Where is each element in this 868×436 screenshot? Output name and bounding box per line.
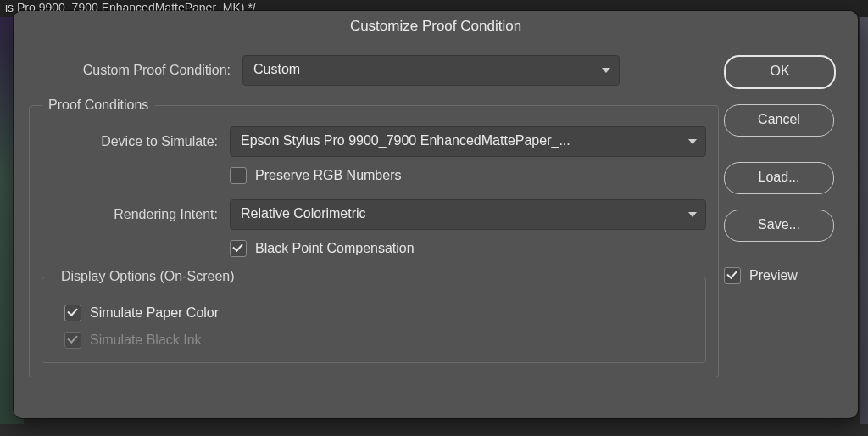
preserve-rgb-label: Preserve RGB Numbers: [255, 168, 402, 183]
app-statusbar: [0, 424, 868, 436]
display-options-legend: Display Options (On-Screen): [54, 269, 242, 284]
preview-checkbox[interactable]: Preview: [724, 267, 843, 284]
black-point-compensation-label: Black Point Compensation: [255, 241, 415, 256]
custom-proof-condition-select[interactable]: Custom: [242, 55, 620, 86]
rendering-intent-value: Relative Colorimetric: [241, 206, 366, 221]
rendering-intent-select[interactable]: Relative Colorimetric: [230, 199, 706, 230]
side-column: OK Cancel Load... Save... Preview: [724, 55, 843, 284]
checkbox-box-checked: [230, 240, 247, 257]
dialog-content: Custom Proof Condition: Custom Proof Con…: [14, 42, 858, 418]
ok-button[interactable]: OK: [724, 55, 836, 89]
checkbox-box: [230, 167, 247, 184]
cancel-button[interactable]: Cancel: [724, 104, 834, 137]
simulate-paper-color-checkbox[interactable]: Simulate Paper Color: [64, 305, 693, 321]
dialog-title: Customize Proof Condition: [14, 11, 858, 42]
proof-conditions-legend: Proof Conditions: [42, 98, 155, 113]
preserve-rgb-checkbox[interactable]: Preserve RGB Numbers: [230, 167, 706, 184]
checkbox-box-checked: [724, 267, 741, 284]
main-column: Custom Proof Condition: Custom Proof Con…: [29, 55, 698, 377]
device-to-simulate-value: Epson Stylus Pro 9900_7900 EnhancedMatte…: [241, 133, 570, 148]
custom-proof-condition-value: Custom: [253, 62, 300, 76]
custom-proof-condition-label: Custom Proof Condition:: [29, 63, 242, 78]
save-button[interactable]: Save...: [724, 210, 834, 242]
checkbox-box-checked: [64, 305, 81, 321]
custom-proof-condition-row: Custom Proof Condition: Custom: [29, 55, 698, 86]
rendering-intent-row: Rendering Intent: Relative Colorimetric: [42, 199, 706, 230]
load-button[interactable]: Load...: [724, 162, 834, 194]
device-to-simulate-label: Device to Simulate:: [42, 134, 230, 149]
chevron-down-icon: [602, 68, 610, 73]
simulate-paper-color-label: Simulate Paper Color: [90, 305, 219, 321]
device-to-simulate-row: Device to Simulate: Epson Stylus Pro 990…: [42, 126, 706, 157]
chevron-down-icon: [688, 212, 697, 217]
customize-proof-condition-dialog: Customize Proof Condition Custom Proof C…: [14, 11, 858, 418]
chevron-down-icon: [688, 139, 697, 144]
simulate-black-ink-label: Simulate Black Ink: [90, 333, 202, 348]
proof-conditions-group: Proof Conditions Device to Simulate: Eps…: [29, 98, 719, 377]
checkbox-box-checked-disabled: [64, 332, 81, 349]
canvas-right-sliver: [860, 17, 868, 424]
black-point-compensation-checkbox[interactable]: Black Point Compensation: [230, 240, 706, 257]
device-to-simulate-select[interactable]: Epson Stylus Pro 9900_7900 EnhancedMatte…: [230, 126, 706, 157]
display-options-group: Display Options (On-Screen) Simulate Pap…: [42, 269, 706, 363]
rendering-intent-label: Rendering Intent:: [42, 207, 230, 222]
preview-label: Preview: [749, 268, 798, 283]
simulate-black-ink-checkbox: Simulate Black Ink: [64, 332, 693, 349]
